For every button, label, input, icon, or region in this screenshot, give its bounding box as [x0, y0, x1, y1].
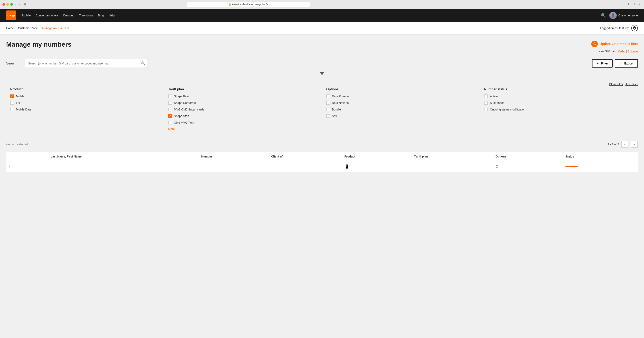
- nav-blog[interactable]: Blog: [98, 14, 104, 17]
- checkbox-shape-corporate[interactable]: [168, 101, 172, 105]
- breadcrumb-current[interactable]: Manage my numbers: [42, 27, 69, 30]
- label-ongoing: Ongoing status modification: [490, 108, 526, 111]
- col-number[interactable]: Number: [198, 152, 268, 161]
- back-button[interactable]: ‹: [14, 2, 17, 7]
- filter-button[interactable]: ▼ Filter: [592, 59, 612, 68]
- filter-item-shape-basic[interactable]: Shape Basic: [168, 95, 318, 98]
- sim-order-link[interactable]: Order: [618, 50, 626, 53]
- filter-col-tariff: Tariff plan Shape Basic Shape Corporate …: [164, 88, 322, 131]
- breadcrumb-home[interactable]: Home: [6, 27, 14, 30]
- breadcrumb: Home › Customer Zone › Manage my numbers: [6, 27, 69, 30]
- address-bar[interactable]: 🔒 eservices.business.orange.be ↻: [187, 2, 310, 7]
- col-name[interactable]: Last Name, First Name: [48, 152, 198, 161]
- customer-zone-button[interactable]: 👤 Customer zone: [609, 12, 638, 19]
- share-icon[interactable]: ⬆: [632, 2, 636, 6]
- more-link[interactable]: More: [168, 127, 175, 131]
- close-button[interactable]: [2, 3, 5, 6]
- filter-item-mobile-data[interactable]: Mobile Data: [10, 108, 160, 111]
- hide-filter-link[interactable]: Hide Filter: [625, 83, 638, 86]
- update-fleet-button[interactable]: C Update your mobile fleet: [591, 41, 638, 47]
- checkbox-suspended[interactable]: [484, 101, 488, 105]
- url-text: eservices.business.orange.be: [232, 3, 265, 6]
- search-go-button[interactable]: 🔍: [141, 61, 145, 66]
- filter-panel: Clear Filter Hide Filter Product ✓ Mobil…: [6, 79, 638, 135]
- pagination: 1 - 2 of 2 ‹ ›: [608, 141, 638, 148]
- filter-item-fix[interactable]: Fix: [10, 101, 160, 105]
- forward-button[interactable]: ›: [18, 2, 21, 7]
- filter-icon: ▼: [596, 62, 600, 65]
- checkbox-ongoing[interactable]: [484, 108, 488, 111]
- filter-item-sms[interactable]: SMS: [326, 114, 476, 118]
- col-product[interactable]: Product: [341, 152, 411, 161]
- checkbox-mobile[interactable]: ✓: [10, 95, 14, 98]
- filter-item-bundle[interactable]: Bundle: [326, 108, 476, 111]
- label-mobile-data: Mobile Data: [16, 108, 32, 111]
- logged-on-text: Logged on as: test test: [600, 27, 629, 30]
- options-header: Options: [326, 88, 476, 91]
- prev-page-button[interactable]: ‹: [622, 141, 628, 148]
- logout-button[interactable]: ⏻: [631, 25, 638, 32]
- checkbox-mobile-data[interactable]: [10, 108, 14, 111]
- label-mobile: Mobile: [16, 95, 24, 98]
- next-page-button[interactable]: ›: [631, 141, 638, 148]
- clear-hide-row: Clear Filter Hide Filter: [6, 83, 638, 86]
- avatar: 👤: [609, 12, 617, 19]
- filter-item-cm6-twin[interactable]: CM6 MVG Twin: [168, 121, 318, 124]
- clear-filter-link[interactable]: Clear Filter: [609, 83, 623, 86]
- col-tariff[interactable]: Tariff plan: [411, 152, 492, 161]
- col-client[interactable]: Client n°: [268, 152, 341, 161]
- checkbox-data-national[interactable]: [326, 101, 330, 105]
- filter-item-active[interactable]: Active: [484, 95, 634, 98]
- checkbox-cm6-twin[interactable]: [168, 121, 172, 124]
- filter-item-mobile[interactable]: ✓ Mobile: [10, 95, 160, 98]
- fleet-icon: C: [591, 41, 598, 47]
- col-checkbox: [6, 152, 48, 161]
- filter-item-shape-corporate[interactable]: Shape Corporate: [168, 101, 318, 105]
- nav-help[interactable]: Help: [108, 14, 114, 17]
- download-icon[interactable]: ⬇: [627, 2, 631, 6]
- export-icon: 📄: [619, 62, 623, 65]
- checkbox-sms[interactable]: [326, 114, 330, 118]
- filter-toggle-arrow[interactable]: [320, 72, 324, 75]
- checkbox-bundle[interactable]: [326, 108, 330, 111]
- checkbox-shape-start[interactable]: ✓: [168, 114, 172, 118]
- checkbox-shape-basic[interactable]: [168, 95, 172, 98]
- filter-item-data-national[interactable]: Data National: [326, 101, 476, 105]
- filter-item-data-roaming[interactable]: Data Roaming: [326, 95, 476, 98]
- sim-activate-link[interactable]: Activate: [628, 50, 638, 53]
- filter-item-shape-start[interactable]: ✓ Shape Start: [168, 114, 318, 118]
- checkbox-active[interactable]: [484, 95, 488, 98]
- filter-item-mvg-cm6[interactable]: MVG CM6 Suppl. cards: [168, 108, 318, 111]
- label-active: Active: [490, 95, 498, 98]
- browser-chrome: ‹ › ⊞ 🔒 eservices.business.orange.be ↻ ⬇…: [0, 0, 644, 9]
- checkbox-data-roaming[interactable]: [326, 95, 330, 98]
- col-status[interactable]: Status: [562, 152, 638, 161]
- search-icon[interactable]: 🔍: [601, 13, 606, 18]
- maximize-button[interactable]: [10, 3, 13, 6]
- reload-button[interactable]: ↻: [266, 3, 268, 6]
- table-header-row: Last Name, First Name Number Client n° P…: [6, 152, 638, 161]
- breadcrumb-zone[interactable]: Customer Zone: [18, 27, 38, 30]
- orange-logo[interactable]: orange: [6, 11, 16, 20]
- filter-item-ongoing[interactable]: Ongoing status modification: [484, 108, 634, 111]
- status-header: Number status: [484, 88, 634, 91]
- nav-mobile[interactable]: Mobile: [22, 14, 30, 17]
- search-input[interactable]: [25, 59, 148, 68]
- search-label: Search: [6, 62, 20, 65]
- filter-item-suspended[interactable]: Suspended: [484, 101, 634, 105]
- avatar-image: 👤: [609, 12, 617, 19]
- col-options[interactable]: Options: [492, 152, 562, 161]
- checkbox-fix[interactable]: [10, 101, 14, 105]
- checkbox-mvg-cm6[interactable]: [168, 108, 172, 111]
- fullscreen-icon[interactable]: ⤢: [638, 2, 642, 6]
- tariff-header: Tariff plan: [168, 88, 318, 91]
- nav-devices[interactable]: Devices: [63, 14, 74, 17]
- nav-convergent[interactable]: Convergent offers: [36, 14, 58, 17]
- export-button[interactable]: 📄 Export: [615, 59, 638, 68]
- minimize-button[interactable]: [6, 3, 9, 6]
- nav-it-solutions[interactable]: IT solutions: [78, 14, 93, 17]
- main-content: Manage my numbers C Update your mobile f…: [0, 35, 644, 178]
- sidebar-toggle[interactable]: ⊞: [22, 2, 28, 6]
- row-checkbox[interactable]: [10, 165, 13, 168]
- update-fleet-label: Update your mobile fleet: [600, 42, 638, 46]
